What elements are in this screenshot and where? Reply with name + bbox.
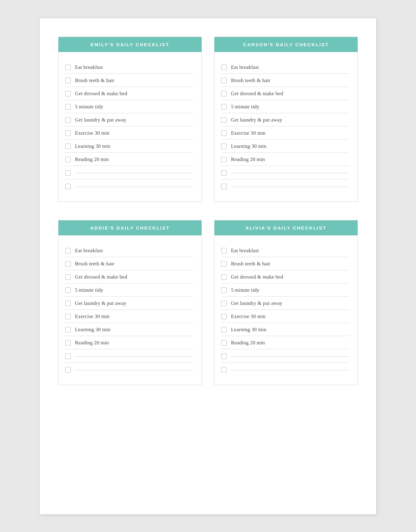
list-item: 5 minute tidy: [221, 100, 349, 113]
checkbox-icon[interactable]: [221, 144, 227, 149]
checklist-addie-body: Eat breakfastBrush teeth & hairGet dress…: [58, 235, 202, 385]
list-item: Get dressed & make bed: [221, 87, 349, 100]
checkbox-icon[interactable]: [221, 104, 227, 110]
item-label: Exercise 30 min: [231, 130, 349, 136]
list-item: Learning 30 min: [65, 323, 193, 336]
list-item: Eat breakfast: [221, 244, 349, 257]
item-label: Eat breakfast: [231, 64, 349, 70]
item-label: Brush teeth & hair: [231, 261, 349, 267]
list-item-empty: [65, 179, 193, 193]
item-label: 5 minute tidy: [231, 104, 349, 110]
blank-line: [231, 187, 349, 187]
list-item: Get dressed & make bed: [221, 270, 349, 283]
checklist-carson: CARSON'S DAILY CHECKLIST Eat breakfastBr…: [214, 37, 358, 202]
item-label: Reading 20 min: [231, 156, 349, 163]
checkbox-icon[interactable]: [65, 144, 71, 149]
checkbox-icon[interactable]: [65, 130, 71, 136]
item-label: Brush teeth & hair: [75, 77, 193, 84]
list-item: Learning 30 min: [65, 140, 193, 153]
checkbox-icon[interactable]: [221, 117, 227, 123]
checklist-alivia-body: Eat breakfastBrush teeth & hairGet dress…: [214, 235, 358, 385]
checkbox-icon[interactable]: [65, 340, 71, 346]
list-item-empty: [65, 363, 193, 376]
checkbox-icon[interactable]: [221, 340, 227, 346]
checkbox-icon[interactable]: [65, 367, 71, 373]
checkbox-icon[interactable]: [221, 367, 227, 373]
checkbox-icon[interactable]: [65, 157, 71, 162]
item-label: Get dressed & make bed: [75, 91, 193, 97]
checkbox-icon[interactable]: [65, 274, 71, 280]
item-label: Eat breakfast: [231, 248, 349, 254]
blank-line: [231, 356, 349, 357]
checklist-addie: ADDIE'S DAILY CHECKLIST Eat breakfastBru…: [58, 220, 202, 385]
blank-line: [75, 356, 193, 357]
item-label: Get laundry & put away: [75, 117, 193, 123]
checkbox-icon[interactable]: [65, 287, 71, 293]
list-item: Learning 30 min: [221, 323, 349, 336]
checklist-carson-body: Eat breakfastBrush teeth & hairGet dress…: [214, 52, 358, 201]
item-label: Get dressed & make bed: [231, 91, 349, 97]
blank-line: [75, 187, 193, 187]
item-label: Get dressed & make bed: [75, 274, 193, 280]
checklist-carson-header: CARSON'S DAILY CHECKLIST: [214, 37, 358, 52]
checkbox-icon[interactable]: [65, 65, 71, 70]
checklist-addie-header: ADDIE'S DAILY CHECKLIST: [58, 220, 202, 235]
checkbox-icon[interactable]: [65, 78, 71, 83]
list-item: Eat breakfast: [65, 244, 193, 257]
list-item: Brush teeth & hair: [221, 257, 349, 270]
checkbox-icon[interactable]: [221, 314, 227, 319]
checkbox-icon[interactable]: [221, 274, 227, 280]
checkbox-icon[interactable]: [221, 248, 227, 253]
list-item: Eat breakfast: [221, 61, 349, 74]
item-label: Exercise 30 min: [75, 130, 193, 136]
checkbox-icon[interactable]: [221, 301, 227, 306]
checkbox-icon[interactable]: [221, 91, 227, 96]
item-label: Brush teeth & hair: [75, 261, 193, 267]
checkbox-icon[interactable]: [221, 130, 227, 136]
checkbox-icon[interactable]: [221, 170, 227, 176]
item-label: 5 minute tidy: [75, 104, 193, 110]
checkbox-icon[interactable]: [65, 327, 71, 332]
checkbox-icon[interactable]: [65, 261, 71, 267]
list-item: Exercise 30 min: [221, 310, 349, 323]
list-item: Brush teeth & hair: [65, 257, 193, 270]
checkbox-icon[interactable]: [221, 261, 227, 267]
item-label: Eat breakfast: [75, 64, 193, 70]
list-item: Get laundry & put away: [221, 113, 349, 126]
list-item-empty: [221, 349, 349, 363]
list-item: Get dressed & make bed: [65, 87, 193, 100]
blank-line: [231, 370, 349, 370]
checklist-alivia: ALIVIA'S DAILY CHECKLIST Eat breakfastBr…: [214, 220, 358, 385]
checkbox-icon[interactable]: [65, 301, 71, 306]
list-item-empty: [65, 166, 193, 179]
list-item-empty: [221, 166, 349, 179]
checkbox-icon[interactable]: [221, 184, 227, 189]
list-item: Learning 30 min: [221, 140, 349, 153]
checkbox-icon[interactable]: [221, 78, 227, 83]
checkbox-icon[interactable]: [65, 314, 71, 319]
checkbox-icon[interactable]: [221, 327, 227, 332]
list-item: Reading 20 min: [221, 336, 349, 349]
list-item: 5 minute tidy: [65, 100, 193, 113]
list-item: Exercise 30 min: [65, 310, 193, 323]
checkbox-icon[interactable]: [65, 184, 71, 189]
blank-line: [75, 173, 193, 173]
checkbox-icon[interactable]: [65, 170, 71, 176]
checklist-emily-body: Eat breakfastBrush teeth & hairGet dress…: [58, 52, 202, 201]
checkbox-icon[interactable]: [65, 354, 71, 359]
item-label: Get laundry & put away: [231, 300, 349, 306]
checkbox-icon[interactable]: [221, 65, 227, 70]
item-label: Reading 20 min: [231, 340, 349, 346]
checkbox-icon[interactable]: [221, 287, 227, 293]
checkbox-icon[interactable]: [221, 354, 227, 359]
checkbox-icon[interactable]: [65, 117, 71, 123]
checkbox-icon[interactable]: [221, 157, 227, 162]
item-label: Reading 20 min: [75, 156, 193, 163]
item-label: 5 minute tidy: [231, 287, 349, 293]
list-item: Reading 20 min: [221, 153, 349, 166]
item-label: Learning 30 min: [231, 327, 349, 333]
checkbox-icon[interactable]: [65, 104, 71, 110]
checkbox-icon[interactable]: [65, 248, 71, 253]
item-label: Brush teeth & hair: [231, 77, 349, 84]
checkbox-icon[interactable]: [65, 91, 71, 96]
